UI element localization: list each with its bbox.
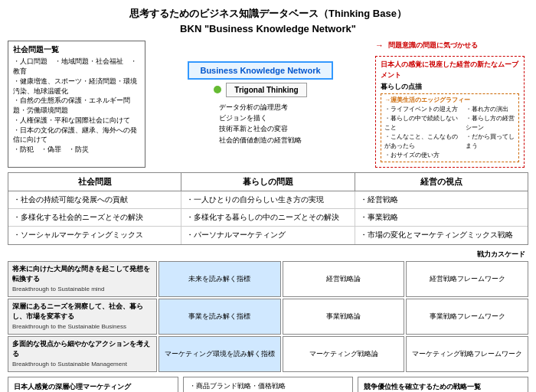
right-box-title: 日本人の感覚に視座した経営の新たなムーブメント bbox=[381, 60, 519, 80]
cascade-label: 戦力カスケード bbox=[8, 250, 528, 260]
grid-row-2: ・ソーシャルマーケティングミックス ・パーソナルマーケティング ・市場の変化とマ… bbox=[8, 227, 528, 243]
page: 思考するためのビジネス知識データベース（Thinking Base） BKN "… bbox=[0, 0, 536, 392]
bottom-right-title: 競争優位性を確立するための戦略一覧 bbox=[364, 381, 522, 392]
strategy-left-1: 深層にあるニーズを洞察して、社会、暮らし、市場を変革する Breakthroug… bbox=[8, 299, 157, 335]
grid-header-0: 社会問題 bbox=[8, 173, 181, 191]
grid-header-1: 暮らしの問題 bbox=[181, 173, 355, 191]
strategy-row-2: 多面的な視点から細やかなアクションを考える Breakthrough to Su… bbox=[8, 336, 528, 372]
dashed-section: →渥美生活のエッジグラフィー ・ライフイベントの迎え方 ・暮らしの中で続続しない… bbox=[381, 93, 519, 162]
grid-header: 社会問題 暮らしの問題 経営の視点 bbox=[8, 173, 528, 191]
strategy-right-1: 事業を読み解く指標 事業戦略論 事業戦略フレームワーク bbox=[159, 299, 528, 335]
bkn-box: Business Knowledge Network bbox=[188, 61, 332, 80]
strategy-section: 戦力カスケード 将来に向けた大局的な問きを起こして発想を転換する Breakth… bbox=[8, 250, 528, 372]
green-dot bbox=[214, 86, 221, 93]
bottom-left-title: 日本人感覚の深層心理マーケティング bbox=[14, 381, 172, 392]
bottom-right: 競争優位性を確立するための戦略一覧 組織問題の構造と組織変革に向けた戦略一覧 業… bbox=[358, 377, 528, 393]
strategy-row-1: 深層にあるニーズを洞察して、社会、暮らし、市場を変革する Breakthroug… bbox=[8, 299, 528, 335]
strategy-cell-0-1: 経営戦略論 bbox=[283, 261, 405, 297]
strategy-cell-1-1: 事業戦略論 bbox=[283, 299, 405, 335]
main-title: 思考するためのビジネス知識データベース（Thinking Base） BKN "… bbox=[8, 6, 528, 36]
grid-row-0: ・社会の持続可能な発展への貢献 ・一人ひとりの自分らしい生き方の実現 ・経営戦略 bbox=[8, 191, 528, 209]
strategy-cell-0-0: 未来を読み解く指標 bbox=[159, 261, 281, 297]
right-header: → 問題意識の問題に気づかせる bbox=[375, 41, 528, 51]
strategy-right-2: マーケティング環境を読み解く指標 マーケティング戦略論 マーケティング戦略フレー… bbox=[159, 336, 528, 372]
arrow-label: 問題意識の問題に気づかせる bbox=[388, 41, 478, 51]
strategy-cell-1-2: 事業戦略フレームワーク bbox=[406, 299, 528, 335]
left-box: 社会問題一覧 ・人口問題 ・地域問題・社会福祉 ・教育 ・健康増進、スポーツ・経… bbox=[8, 41, 145, 168]
strategy-cell-0-2: 経営戦略フレームワーク bbox=[406, 261, 528, 297]
bottom-section: 日本人感覚の深層心理マーケティング 暮らしに安きを楽しく提案する 暮客にリレーす… bbox=[8, 377, 528, 393]
strategy-cell-2-2: マーケティング戦略フレームワーク bbox=[406, 336, 528, 372]
right-subtitle: 暮らしの点描 bbox=[381, 82, 519, 92]
top-section: 社会問題一覧 ・人口問題 ・地域問題・社会福祉 ・教育 ・健康増進、スポーツ・経… bbox=[8, 41, 528, 168]
strategy-left-2: 多面的な視点から細やかなアクションを考える Breakthrough to Su… bbox=[8, 336, 157, 372]
bottom-center: ・商品ブランド戦略・価格戦略 ・広告戦略・販促売促進戦略 ・流通チャネル戦略（ビ… bbox=[183, 377, 354, 393]
bottom-left: 日本人感覚の深層心理マーケティング 暮らしに安きを楽しく提案する 暮客にリレーす… bbox=[8, 377, 178, 393]
strategy-right-0: 未来を読み解く指標 経営戦略論 経営戦略フレームワーク bbox=[159, 261, 528, 297]
arrow-icon: → bbox=[375, 41, 384, 50]
strategy-cell-2-1: マーケティング戦略論 bbox=[283, 336, 405, 372]
left-box-item: ・人口問題 ・地域問題・社会福祉 ・教育 ・健康増進、スポーツ・経済問題・環境汚… bbox=[13, 57, 140, 155]
left-box-title: 社会問題一覧 bbox=[13, 44, 140, 55]
grid-header-2: 経営の視点 bbox=[355, 173, 528, 191]
strategy-cell-2-0: マーケティング環境を読み解く指標 bbox=[159, 336, 281, 372]
strategy-cell-1-0: 事業を読み解く指標 bbox=[159, 299, 281, 335]
strategy-row-0: 将来に向けた大局的な問きを起こして発想を転換する Breakthrough to… bbox=[8, 261, 528, 297]
trigonal-box: Trigonal Thinking bbox=[226, 83, 306, 97]
trigonal-row: Trigonal Thinking bbox=[214, 83, 306, 97]
center-block: Business Knowledge Network Trigonal Thin… bbox=[150, 41, 371, 168]
right-section: → 問題意識の問題に気づかせる 日本人の感覚に視座した経営の新たなムーブメント … bbox=[375, 41, 528, 168]
center-text: データ分析の論理思考 ビジョンを描く 技術革新と社会の変容 社会的価値創造の経営… bbox=[216, 100, 305, 148]
strategy-left-0: 将来に向けた大局的な問きを起こして発想を転換する Breakthrough to… bbox=[8, 261, 157, 297]
grid-row-1: ・多様化する社会的ニーズとその解決 ・多様化する暮らしの中のニーズとその解決 ・… bbox=[8, 209, 528, 227]
main-grid: 社会問題 暮らしの問題 経営の視点 ・社会の持続可能な発展への貢献 ・一人ひとり… bbox=[8, 172, 528, 245]
right-box: 日本人の感覚に視座した経営の新たなムーブメント 暮らしの点描 →渥美生活のエッジ… bbox=[375, 56, 525, 168]
